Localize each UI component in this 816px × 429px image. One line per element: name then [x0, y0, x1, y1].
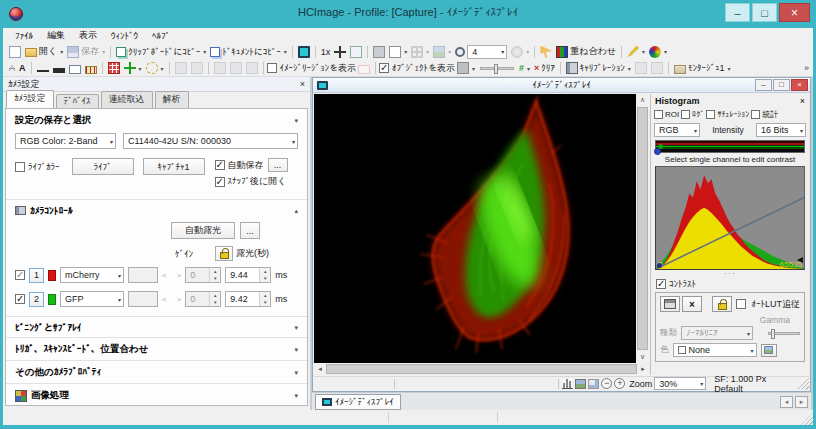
text-recognition-button[interactable]	[228, 61, 244, 75]
chevron-down-icon[interactable]: ▾	[139, 65, 142, 72]
saturation-checkbox[interactable]	[706, 110, 715, 119]
toolbar-overflow-button[interactable]: »	[804, 63, 809, 73]
zoom-1x-button[interactable]: 1x	[319, 46, 333, 58]
tab-device[interactable]: ﾃﾞﾊﾞｲｽ	[56, 94, 99, 108]
log-checkbox[interactable]	[681, 110, 690, 119]
section-save-select-header[interactable]: 設定の保存と選択 ▾	[6, 109, 307, 131]
scroll-up-icon[interactable]: ∧	[636, 94, 649, 106]
auto-lut-checkbox[interactable]	[736, 299, 746, 309]
slider-thumb[interactable]	[494, 64, 498, 74]
spin-down-icon[interactable]: ▾	[210, 275, 220, 282]
apply-lut-button[interactable]	[660, 296, 680, 312]
chevron-down-icon[interactable]: ▾	[472, 65, 475, 72]
menu-window[interactable]: ｳｨﾝﾄﾞｳ	[104, 30, 145, 42]
contrast-checkbox[interactable]	[656, 279, 666, 289]
menu-file[interactable]: ﾌｧｲﾙ	[8, 30, 40, 42]
spin-up-icon[interactable]: ▴	[210, 292, 220, 299]
channel1-exposure-spinner[interactable]: 9.44 ▴▾	[225, 267, 271, 283]
line-thick-button[interactable]	[51, 63, 67, 74]
section-binning-header[interactable]: ﾋﾞﾆﾝｸﾞとｻﾌﾞｱﾚｲ ▾	[6, 316, 307, 337]
collapse-icon[interactable]: ▾	[294, 324, 298, 332]
chevron-down-icon[interactable]: ▾	[203, 48, 206, 55]
region-color-button[interactable]	[356, 62, 372, 75]
bit-depth-combo[interactable]: 16 Bits ▾	[756, 123, 806, 137]
close-icon[interactable]: ×	[300, 80, 305, 89]
tab-camera-settings[interactable]: ｶﾒﾗ設定	[6, 90, 54, 108]
chevron-down-icon[interactable]: ▾	[527, 65, 530, 72]
zoom-combo[interactable]: 30% ▾	[654, 377, 706, 390]
image-canvas[interactable]	[314, 94, 636, 363]
red-grid-tool-button[interactable]	[106, 61, 122, 75]
new-document-button[interactable]	[7, 45, 23, 59]
canvas-vertical-scrollbar[interactable]: ∧ ∨	[636, 94, 649, 363]
collapse-icon[interactable]: ▾	[294, 369, 298, 377]
channel2-number-button[interactable]: 2	[29, 292, 44, 307]
exposure-lock-button[interactable]	[215, 246, 233, 261]
canvas-horizontal-scrollbar[interactable]: ◂ ▸	[314, 363, 649, 375]
channel1-dye-combo[interactable]: mCherry ▾	[60, 267, 124, 283]
channel2-enable-checkbox[interactable]	[15, 294, 25, 304]
origin-handle-icon[interactable]	[657, 263, 662, 268]
clear-objects-button[interactable]: × ｸﾘｱ	[532, 61, 557, 75]
scrollbar-thumb[interactable]	[326, 364, 637, 374]
object-grid-button[interactable]: #▾	[517, 61, 532, 75]
objective-combo[interactable]: 4 ▾	[467, 45, 507, 59]
tab-analysis[interactable]: 解析	[155, 91, 189, 108]
color-mode-combo[interactable]: RGB Color: 2-Band ▾	[15, 133, 116, 149]
color-mode-button[interactable]: ▾	[647, 45, 669, 59]
gain-decrement[interactable]: <	[162, 295, 167, 304]
lut-button[interactable]: ▾	[509, 45, 531, 59]
calibration-view-button[interactable]	[649, 61, 665, 75]
fit-to-window-button[interactable]	[348, 45, 364, 59]
lut-gradient-bar[interactable]	[655, 140, 805, 153]
open-after-snap-checkbox[interactable]	[215, 177, 225, 187]
gamma-slider[interactable]	[768, 332, 800, 335]
show-objects-checkbox[interactable]	[379, 63, 389, 73]
thumbnail-icon[interactable]	[588, 379, 599, 389]
histogram-plot[interactable]: 0 65535	[655, 166, 805, 270]
grid-overlay-button[interactable]: ▾	[409, 45, 431, 59]
camera-select-combo[interactable]: C11440-42U S/N: 000030 ▾	[123, 133, 298, 149]
image-window-titlebar[interactable]: ｲﾒｰｼﾞﾃﾞｨｽﾌﾟﾚｲ – □ ×	[313, 78, 810, 93]
chevron-down-icon[interactable]: ▾	[628, 65, 631, 72]
objective-selector[interactable]: 4 ▾	[453, 44, 509, 60]
close-icon[interactable]: ×	[800, 96, 805, 106]
save-button[interactable]: 保存 ▾	[65, 44, 107, 59]
object-color-button[interactable]: ▾	[455, 61, 477, 75]
live-color-checkbox[interactable]	[15, 162, 25, 172]
gain-increment[interactable]: >	[177, 271, 182, 280]
live-button[interactable]: ﾗｲﾌﾞ	[72, 158, 134, 175]
tab-image-display[interactable]: ｲﾒｰｼﾞﾃﾞｨｽﾌﾟﾚｲ	[315, 394, 401, 410]
chevron-down-icon[interactable]: ▾	[642, 48, 645, 55]
pseudo-color-combo[interactable]: None ▾	[673, 343, 757, 357]
calibration-button[interactable]: ｷｬﾘﾌﾞﾚｰｼｮﾝ ▾	[564, 61, 633, 75]
collapse-icon[interactable]: ▾	[294, 117, 298, 125]
menu-help[interactable]: ﾍﾙﾌﾟ	[145, 30, 177, 42]
text-tool-button[interactable]: A	[17, 61, 28, 75]
color-edit-button[interactable]	[761, 344, 777, 357]
region-outline-button[interactable]: ▾	[387, 45, 409, 59]
spin-down-icon[interactable]: ▾	[260, 299, 270, 306]
histogram-toggle-icon[interactable]	[562, 379, 573, 389]
collapse-icon[interactable]: ▴	[294, 207, 298, 215]
overlay-button[interactable]: 重ね合わせ	[554, 44, 618, 59]
crosshair-tool-button[interactable]: ▾	[122, 61, 144, 75]
collapse-icon[interactable]: ▾	[294, 346, 298, 354]
angle-tool-button[interactable]	[244, 61, 260, 75]
menu-view[interactable]: 表示	[72, 28, 104, 43]
gain-increment[interactable]: >	[177, 295, 182, 304]
region-filled-button[interactable]	[371, 45, 387, 59]
pan-tool-button[interactable]	[332, 45, 348, 59]
chevron-down-icon[interactable]: ▾	[60, 48, 63, 55]
line-thin-button[interactable]	[35, 63, 51, 73]
tab-scroll-right-button[interactable]: ▸	[795, 396, 808, 408]
annotation-pen-button[interactable]: ▾	[625, 45, 647, 59]
channel2-dye-combo[interactable]: GFP ▾	[60, 291, 124, 307]
channel2-gain-spinner[interactable]: 0 ▴▾	[185, 291, 221, 307]
color-enable-checkbox[interactable]	[678, 346, 686, 354]
section-other-properties-header[interactable]: その他のｶﾒﾗﾌﾟﾛﾊﾟﾃｨ ▾	[6, 360, 307, 383]
rotate-object-button[interactable]	[173, 61, 189, 75]
section-image-processing-header[interactable]: 画像処理 ▾	[6, 383, 307, 406]
calibration-edit-button[interactable]	[633, 61, 649, 75]
text-tool-small-button[interactable]: A	[7, 61, 17, 75]
